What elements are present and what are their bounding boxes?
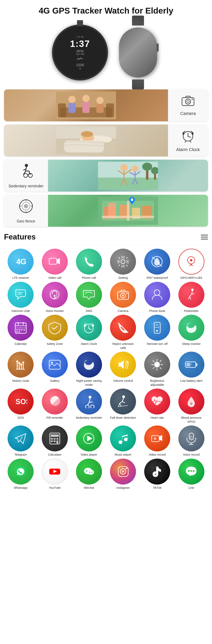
feature-icon-volume <box>110 352 136 378</box>
svg-point-8 <box>96 97 103 104</box>
feature-icon-remote-off <box>144 315 170 341</box>
feature-circle-pill[interactable] <box>42 388 68 414</box>
svg-point-148 <box>88 470 94 475</box>
feature-circle-whatsapp[interactable] <box>8 458 34 484</box>
svg-point-13 <box>192 98 193 100</box>
svg-rect-155 <box>188 470 190 472</box>
feature-icon-pedometer <box>178 282 204 308</box>
feature-circle-voice-record[interactable] <box>178 426 204 452</box>
feature-circle-video-call[interactable] <box>42 249 68 274</box>
feature-item-video-call: Video call <box>38 249 72 280</box>
feature-icon-falldown <box>110 388 136 414</box>
svg-point-100 <box>22 362 24 364</box>
feature-label-pill: Pill reminder <box>46 416 63 420</box>
feature-label-phone-call: Phone call <box>82 276 96 280</box>
feature-circle-video-player[interactable] <box>76 426 102 452</box>
feature-icon-calculator <box>42 426 68 452</box>
feature-circle-remote-off[interactable] <box>144 315 170 341</box>
feature-card-camera: Camera <box>4 90 208 121</box>
svg-point-37 <box>120 164 128 171</box>
svg-point-38 <box>132 166 138 172</box>
feature-circle-intercom[interactable] <box>8 282 34 308</box>
feature-circle-blood[interactable] <box>178 388 204 414</box>
watch-side-body <box>119 28 157 78</box>
feature-circle-wechat[interactable] <box>76 458 102 484</box>
feature-circle-setting[interactable] <box>110 249 136 274</box>
feature-circle-gallery[interactable] <box>42 352 68 378</box>
feature-circle-history[interactable] <box>8 352 34 378</box>
feature-icon-sos: SOS <box>8 388 34 414</box>
feature-circle-reject-calls[interactable] <box>110 315 136 341</box>
feature-circle-safety-zone[interactable] <box>42 315 68 341</box>
alarm-icon <box>181 129 195 145</box>
svg-point-123 <box>122 395 125 398</box>
alarm-icon-section: Alarm Clock <box>168 124 208 156</box>
svg-rect-132 <box>51 440 53 442</box>
feature-circle-waterproof[interactable] <box>144 249 170 274</box>
feature-circle-sedentary2[interactable] <box>76 388 102 414</box>
feature-item-wechat: Wechat <box>72 458 105 490</box>
feature-item-line: Line <box>175 458 208 490</box>
svg-line-25 <box>185 141 186 142</box>
watch-band-top <box>132 16 144 26</box>
feature-circle-night-power[interactable] <box>76 352 102 378</box>
feature-icon-line <box>178 458 204 484</box>
features-section: Features 4G LTE network Video call Phone… <box>0 227 212 496</box>
hamburger-menu-icon[interactable] <box>201 235 208 240</box>
feature-label-video-player: Video player <box>81 452 97 456</box>
svg-point-18 <box>81 131 93 137</box>
feature-circle-battery[interactable]: ! <box>178 352 204 378</box>
feature-circle-heartrate[interactable] <box>144 388 170 414</box>
svg-rect-19 <box>64 140 104 152</box>
watch-steps: 1506 <box>70 63 90 67</box>
feature-circle-tiktok[interactable] <box>144 458 170 484</box>
feature-circle-sos[interactable]: SOS <box>8 388 34 414</box>
feature-icon-voice-record <box>178 426 204 452</box>
feature-circle-calculator[interactable] <box>42 426 68 452</box>
feature-item-sedentary2: Sedentary reminder <box>72 388 105 424</box>
feature-circle-voice-monitor[interactable] <box>42 282 68 308</box>
feature-circle-sleep[interactable] <box>178 315 204 341</box>
feature-circle-lte[interactable]: 4G <box>8 249 34 274</box>
alarm-card-image <box>4 124 168 156</box>
feature-circle-gps[interactable] <box>178 249 204 274</box>
feature-label-remote-off: Remote turn off <box>147 342 167 346</box>
feature-circle-calendar[interactable]: CALENDAR <box>8 315 34 341</box>
feature-circle-video-record[interactable] <box>144 426 170 452</box>
feature-label-sos: SOS <box>17 416 24 420</box>
feature-icon-sedentary2 <box>76 388 102 414</box>
feature-item-remote-off: Remote turn off <box>141 315 174 350</box>
feature-circle-sms[interactable] <box>76 282 102 308</box>
feature-circle-youtube[interactable] <box>42 458 68 484</box>
feature-icon-music <box>110 426 136 452</box>
feature-label-sedentary2: Sedentary reminder <box>76 416 102 420</box>
feature-item-phonebook: Phone book <box>141 282 174 313</box>
feature-circle-alarm2[interactable] <box>76 315 102 341</box>
feature-icon-whatsapp <box>8 458 34 484</box>
features-title: Features <box>4 233 36 241</box>
feature-circle-music[interactable] <box>110 426 136 452</box>
feature-circle-line[interactable] <box>178 458 204 484</box>
feature-label-heartrate: Heart rate <box>151 416 164 420</box>
feature-circle-falldown[interactable] <box>110 388 136 414</box>
feature-label-whatsapp: Whatsapp <box>14 486 28 490</box>
svg-rect-31 <box>98 178 158 190</box>
svg-line-26 <box>190 141 191 142</box>
feature-circle-telegram[interactable] <box>8 426 34 452</box>
feature-circle-phonebook[interactable] <box>144 282 170 308</box>
feature-label-voice-monitor: Voice monitor <box>46 309 64 313</box>
feature-item-waterproof: IP67 waterproof <box>141 249 174 280</box>
feature-circle-pedometer[interactable] <box>178 282 204 308</box>
feature-circle-phone-call[interactable] <box>76 249 102 274</box>
feature-label-sms: SMS <box>86 309 92 313</box>
feature-circle-camera2[interactable] <box>110 282 136 308</box>
watch-time: 1:37 <box>70 38 90 49</box>
feature-item-safety-zone: Safety Zone <box>38 315 72 350</box>
feature-circle-instagram[interactable] <box>110 458 136 484</box>
feature-icon-video-record <box>144 426 170 452</box>
feature-circle-brightness[interactable] <box>144 352 170 378</box>
svg-rect-134 <box>56 440 58 444</box>
svg-point-74 <box>126 293 128 294</box>
svg-rect-3 <box>106 104 114 117</box>
feature-circle-volume[interactable] <box>110 352 136 378</box>
